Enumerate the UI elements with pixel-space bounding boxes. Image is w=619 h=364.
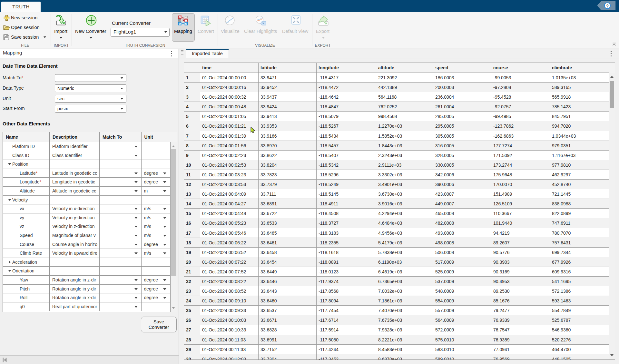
svg-text:?: ? xyxy=(606,4,609,8)
